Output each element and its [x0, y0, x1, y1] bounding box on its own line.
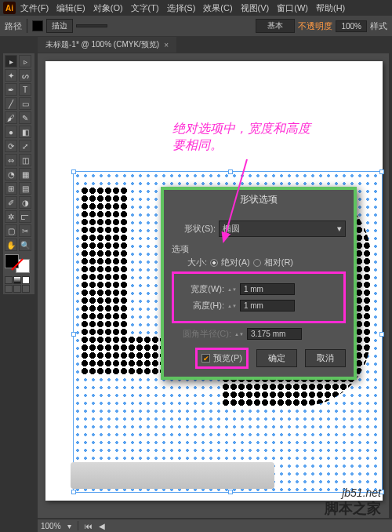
blob-brush-tool[interactable]: ● [5, 126, 17, 138]
direct-selection-tool[interactable]: ▹ [19, 55, 31, 67]
menu-view[interactable]: 视图(V) [241, 2, 270, 14]
preview-label: 预览(P) [213, 352, 242, 364]
color-mode-buttons[interactable] [5, 276, 33, 293]
opacity-label: 不透明度 [298, 20, 332, 32]
status-bar: 100% ▾ ⏮ ◀ [38, 519, 392, 532]
pencil-tool[interactable]: ✎ [19, 111, 31, 124]
selection-type-label: 路径 [5, 20, 22, 32]
blend-tool[interactable]: ◑ [19, 196, 31, 209]
height-label: 高度(H): [180, 300, 224, 312]
mesh-tool[interactable]: ⊞ [5, 182, 17, 195]
artboard-nav-first-icon[interactable]: ⏮ [85, 522, 93, 530]
zoom-level[interactable]: 100% [41, 522, 61, 530]
app-logo: Ai [3, 2, 16, 14]
absolute-radio[interactable] [210, 259, 218, 267]
menubar: Ai 文件(F) 编辑(E) 对象(O) 文字(T) 选择(S) 效果(C) 视… [0, 0, 392, 16]
main-area: ▸ ▹ ✦ ᔕ ✒ T ╱ ▭ 🖌 ✎ ● ◧ ⟳ ⤢ ⇔ ◫ ◔ ▦ ⊞ ▤ … [0, 53, 392, 532]
height-input[interactable]: 1 mm [240, 300, 295, 312]
chevron-down-icon[interactable]: ▾ [67, 522, 71, 530]
artboard-tool[interactable]: ▢ [5, 224, 17, 237]
magic-wand-tool[interactable]: ✦ [5, 69, 17, 82]
brush-preset[interactable]: 基本 [256, 19, 295, 33]
shape-builder-tool[interactable]: ◔ [5, 168, 17, 180]
stroke-weight-input[interactable] [76, 24, 107, 27]
rotate-tool[interactable]: ⟳ [5, 140, 17, 152]
gray-placeholder-bar [71, 462, 274, 489]
menu-help[interactable]: 帮助(H) [316, 2, 345, 14]
free-transform-tool[interactable]: ◫ [19, 154, 31, 166]
size-label: 大小: [187, 257, 207, 268]
symbol-sprayer-tool[interactable]: ✲ [5, 210, 17, 223]
radius-stepper: ▲▼ [234, 332, 244, 337]
eyedropper-tool[interactable]: ✐ [5, 196, 17, 209]
scale-tool[interactable]: ⤢ [19, 140, 31, 152]
zoom-tool[interactable]: 🔍 [19, 239, 31, 251]
ok-button[interactable]: 确定 [256, 349, 297, 367]
menu-effect[interactable]: 效果(C) [203, 2, 232, 14]
rectangle-tool[interactable]: ▭ [19, 97, 31, 110]
options-bar: 路径 描边 基本 不透明度 100% 样式 [0, 16, 392, 36]
document-tab[interactable]: 未标题-1* @ 100% (CMYK/预览) × [38, 37, 176, 53]
lasso-tool[interactable]: ᔕ [19, 69, 31, 82]
perspective-tool[interactable]: ▦ [19, 168, 31, 180]
preview-checkbox[interactable]: ✔ [201, 354, 210, 363]
style-label: 样式 [370, 20, 387, 32]
watermark: jb51.net 脚本之家 [325, 486, 381, 518]
relative-radio[interactable] [253, 259, 261, 267]
width-input[interactable]: 1 mm [240, 283, 295, 295]
cancel-button[interactable]: 取消 [305, 349, 346, 367]
annotation-text: 绝对选项中，宽度和高度 要相同。 [172, 121, 310, 154]
graph-tool[interactable]: ⫍ [19, 210, 31, 223]
color-swatch[interactable] [5, 254, 30, 273]
close-icon[interactable]: × [164, 41, 169, 49]
pen-tool[interactable]: ✒ [5, 83, 17, 96]
preview-highlight: ✔ 预览(P) [195, 348, 249, 369]
absolute-label: 绝对(A) [221, 257, 250, 268]
relative-label: 相对(R) [264, 257, 293, 268]
menu-type[interactable]: 文字(T) [131, 2, 159, 14]
document-tabbar: 未标题-1* @ 100% (CMYK/预览) × [0, 36, 392, 53]
width-label: 宽度(W): [180, 283, 224, 295]
slice-tool[interactable]: ✂ [19, 224, 31, 237]
gradient-tool[interactable]: ▤ [19, 182, 31, 195]
width-height-highlight: 宽度(W): ▲▼ 1 mm 高度(H): ▲▼ 1 mm [172, 271, 346, 323]
artwork-letter-l [81, 187, 128, 375]
selection-tool[interactable]: ▸ [5, 55, 17, 67]
width-stepper[interactable]: ▲▼ [227, 287, 237, 292]
stroke-button[interactable]: 描边 [46, 19, 73, 33]
chevron-down-icon: ▾ [337, 224, 342, 234]
paintbrush-tool[interactable]: 🖌 [5, 111, 17, 124]
opacity-input[interactable]: 100% [336, 20, 367, 32]
menu-window[interactable]: 窗口(W) [277, 2, 308, 14]
toolbox: ▸ ▹ ✦ ᔕ ✒ T ╱ ▭ 🖌 ✎ ● ◧ ⟳ ⤢ ⇔ ◫ ◔ ▦ ⊞ ▤ … [3, 53, 34, 294]
type-tool[interactable]: T [19, 83, 31, 96]
tab-title: 未标题-1* @ 100% (CMYK/预览) [45, 39, 159, 50]
fill-swatch[interactable] [32, 20, 43, 31]
menu-object[interactable]: 对象(O) [93, 2, 123, 14]
annotation-arrow-icon [208, 155, 270, 250]
artboard-nav-prev-icon[interactable]: ◀ [99, 522, 105, 530]
radius-input: 3.175 mm [247, 328, 302, 340]
line-tool[interactable]: ╱ [5, 97, 17, 110]
height-stepper[interactable]: ▲▼ [227, 304, 237, 308]
svg-line-0 [223, 159, 247, 242]
radius-label: 圆角半径(C): [172, 328, 231, 340]
hand-tool[interactable]: ✋ [5, 239, 17, 251]
width-tool[interactable]: ⇔ [5, 154, 17, 166]
eraser-tool[interactable]: ◧ [19, 126, 31, 138]
menu-file[interactable]: 文件(F) [20, 2, 49, 14]
menu-select[interactable]: 选择(S) [167, 2, 196, 14]
menu-edit[interactable]: 编辑(E) [56, 2, 85, 14]
